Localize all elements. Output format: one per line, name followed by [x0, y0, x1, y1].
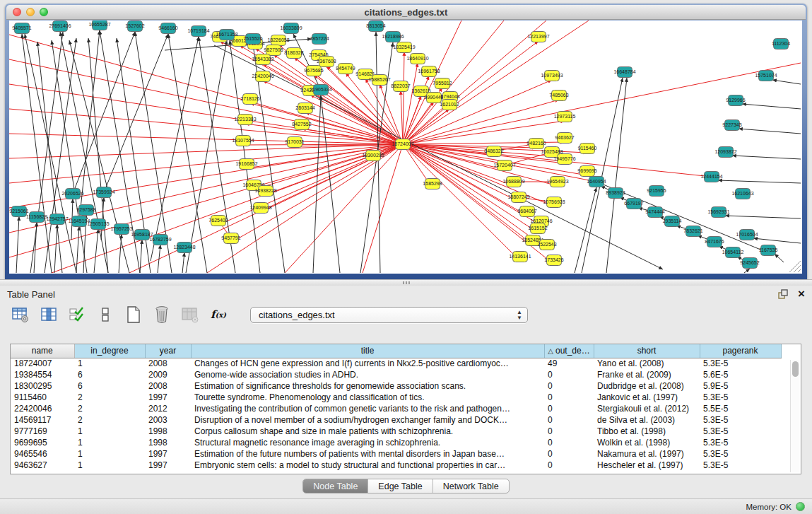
graph-node[interactable]: 10655287: [88, 21, 110, 30]
table-row[interactable]: 946554611997Estimation of the future num…: [11, 448, 781, 460]
close-window-icon[interactable]: [13, 8, 21, 16]
graph-node[interactable]: 18325419: [393, 42, 415, 53]
graph-node[interactable]: 9129966: [726, 95, 745, 106]
graph-node[interactable]: 9227343: [722, 120, 741, 131]
column-header-name[interactable]: name: [11, 344, 74, 358]
table-cell[interactable]: 6: [74, 380, 145, 392]
zoom-window-icon[interactable]: [40, 8, 48, 16]
table-cell[interactable]: 5.3E-5: [700, 392, 781, 403]
table-cell[interactable]: Stergiakouli et al. (2012): [594, 403, 700, 414]
graph-node[interactable]: 12213383: [234, 115, 256, 125]
canvas-resize-grip-icon[interactable]: [789, 261, 801, 272]
table-row[interactable]: 1456911722003Disruption of a novel membe…: [11, 414, 781, 426]
table-cell[interactable]: 5.3E-5: [700, 437, 781, 448]
graph-node[interactable]: 15720407: [493, 160, 515, 171]
graph-node[interactable]: 10719184: [187, 26, 209, 37]
table-cell[interactable]: Genome-wide association studies in ADHD.: [191, 369, 544, 380]
table-cell[interactable]: de Silva et al. (2003): [594, 414, 700, 426]
graph-node[interactable]: 8822037: [391, 81, 410, 92]
graph-node[interactable]: 1733426: [544, 255, 563, 266]
table-row[interactable]: 1938455462009Genome-wide association stu…: [11, 369, 781, 380]
graph-node[interactable]: 9466160: [158, 23, 177, 34]
black-edge[interactable]: [186, 40, 227, 273]
table-cell[interactable]: 18300295: [11, 380, 74, 392]
citation-network-graph[interactable]: 1872400774638228660128891295418226058982…: [9, 21, 802, 274]
table-cell[interactable]: 14569117: [11, 414, 74, 426]
table-cell[interactable]: 49: [544, 358, 594, 369]
graph-node[interactable]: 12213997: [527, 32, 549, 42]
table-cell[interactable]: 2009: [145, 369, 191, 380]
table-cell[interactable]: 1: [74, 448, 145, 460]
table-cell[interactable]: Dudbridge et al. (2008): [594, 380, 700, 392]
table-cell[interactable]: Tourette syndrome. Phenomenology and cla…: [191, 392, 544, 403]
black-edge[interactable]: [739, 129, 801, 134]
table-cell[interactable]: 1998: [145, 437, 191, 448]
table-cell[interactable]: 5.3E-5: [700, 460, 781, 471]
red-edge[interactable]: [285, 144, 403, 273]
red-edge[interactable]: [266, 144, 403, 195]
table-cell[interactable]: 0: [544, 380, 594, 392]
black-edge[interactable]: [140, 240, 142, 273]
graph-node[interactable]: 18300295: [362, 151, 384, 161]
graph-node[interactable]: 8938923: [606, 188, 625, 199]
column-header-title[interactable]: title: [191, 344, 544, 358]
delete-column-icon[interactable]: [153, 305, 171, 324]
table-cell[interactable]: 2012: [145, 403, 191, 414]
graph-node[interactable]: 2367608: [317, 57, 336, 67]
graph-node[interactable]: 8471676: [705, 237, 724, 247]
table-cell[interactable]: Investigating the contribution of common…: [191, 403, 544, 414]
black-edge[interactable]: [725, 216, 801, 218]
table-cell[interactable]: 1: [74, 437, 145, 448]
graph-node[interactable]: 7485063: [549, 90, 568, 101]
graph-node[interactable]: 18226058: [267, 35, 289, 46]
graph-node[interactable]: 20206526: [61, 189, 83, 199]
table-cell[interactable]: 2: [74, 414, 145, 426]
graph-node[interactable]: 16648784: [613, 67, 635, 78]
table-cell[interactable]: 2008: [145, 358, 191, 369]
black-edge[interactable]: [718, 180, 801, 183]
table-cell[interactable]: 2: [74, 403, 145, 414]
splitter-grip-icon[interactable]: [403, 281, 410, 284]
black-edge[interactable]: [575, 187, 596, 273]
table-cell[interactable]: 1: [74, 460, 145, 471]
black-edge[interactable]: [753, 238, 801, 243]
table-cell[interactable]: 1997: [145, 448, 191, 460]
graph-node[interactable]: 7625402: [208, 216, 228, 226]
graph-node[interactable]: 22420046: [252, 71, 273, 82]
table-cell[interactable]: 0: [544, 392, 594, 403]
table-cell[interactable]: 1998: [145, 426, 191, 437]
table-cell[interactable]: Corpus callosum shape and size in male p…: [191, 426, 544, 437]
graph-node[interactable]: 8454749: [336, 64, 355, 74]
table-cell[interactable]: 9115460: [11, 392, 74, 403]
graph-node[interactable]: 16033809: [280, 23, 302, 34]
black-edge[interactable]: [321, 95, 340, 273]
table-cell[interactable]: 6: [74, 369, 145, 380]
table-cell[interactable]: 0: [544, 448, 594, 460]
graph-node[interactable]: 18640910: [406, 54, 428, 64]
table-cell[interactable]: Disruption of a novel member of a sodium…: [191, 414, 544, 426]
black-edge[interactable]: [16, 216, 19, 273]
red-edge[interactable]: [9, 35, 403, 144]
table-cell[interactable]: 0: [544, 460, 594, 471]
table-cell[interactable]: 9777169: [11, 426, 74, 437]
column-header-short[interactable]: short: [594, 344, 700, 358]
table-cell[interactable]: 9465546: [11, 448, 74, 460]
network-canvas[interactable]: 1872400774638228660128891295418226058982…: [9, 21, 802, 274]
red-edge[interactable]: [403, 52, 404, 144]
table-cell[interactable]: 22420046: [11, 403, 74, 414]
tab-node-table[interactable]: Node Table: [303, 479, 368, 493]
table-cell[interactable]: Estimation of significance thresholds fo…: [191, 380, 544, 392]
graph-node[interactable]: 2522543: [537, 240, 556, 250]
graph-node[interactable]: 16961758: [418, 66, 440, 77]
graph-node[interactable]: 10973493: [541, 71, 563, 81]
tab-edge-table[interactable]: Edge Table: [368, 479, 433, 493]
panel-splitter[interactable]: [0, 279, 812, 286]
table-cell[interactable]: 18724007: [11, 358, 74, 369]
graph-node[interactable]: 12505135: [87, 219, 109, 230]
table-scrollbar-thumb[interactable]: [792, 361, 799, 377]
table-cell[interactable]: Tibbo et al. (1998): [594, 426, 700, 437]
table-cell[interactable]: 2008: [145, 380, 191, 392]
column-visibility-icon[interactable]: [40, 305, 58, 324]
black-edge[interactable]: [34, 222, 37, 273]
table-cell[interactable]: Changes of HCN gene expression and I(f) …: [191, 358, 544, 369]
